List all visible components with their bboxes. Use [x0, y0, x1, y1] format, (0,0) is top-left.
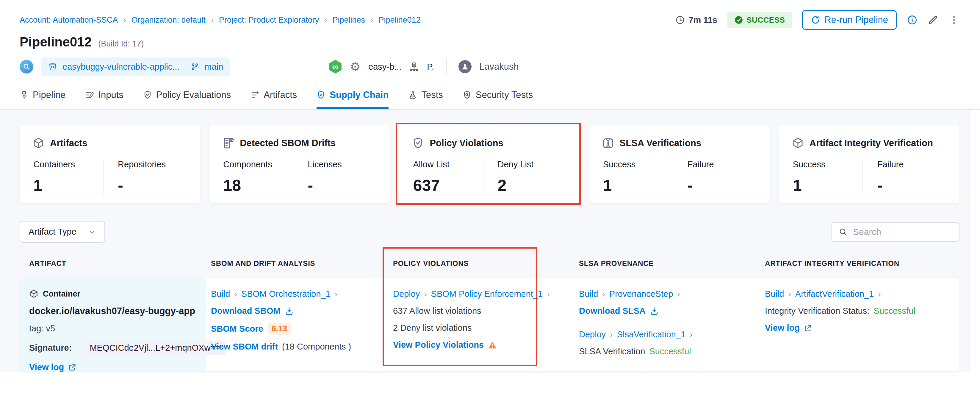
- edit-pencil-icon[interactable]: [928, 14, 939, 25]
- user-avatar-icon: [458, 60, 472, 73]
- download-slsa-link[interactable]: Download SLSA: [579, 306, 646, 316]
- stat-label: Success: [793, 160, 862, 169]
- tab-label: Supply Chain: [329, 89, 388, 100]
- stage-link[interactable]: Build: [765, 289, 784, 299]
- step-link[interactable]: SBOM Policy Enforcement_1: [431, 289, 543, 299]
- column-header-slsa: SLSA PROVENANCE: [574, 259, 760, 268]
- delegate-icon: [409, 62, 419, 72]
- external-link-icon: [804, 324, 812, 332]
- signature-value[interactable]: MEQCICde2Vjl...L+2+mqnOXw==: [84, 340, 226, 355]
- view-sbom-drift-link[interactable]: View SBOM drift: [211, 342, 278, 351]
- tab-label: Tests: [421, 89, 443, 100]
- trigger-icon: [20, 60, 33, 73]
- view-log-link[interactable]: View log: [765, 323, 800, 333]
- info-icon[interactable]: [907, 14, 918, 25]
- tab-policy-evaluations[interactable]: Policy Evaluations: [143, 83, 231, 109]
- pipeline-icon: [20, 91, 29, 99]
- kebab-menu-icon[interactable]: [948, 14, 959, 25]
- column-header-integrity: ARTIFACT INTEGRITY VERIFICATION: [760, 259, 959, 268]
- sbom-cell: Build SBOM Orchestration_1 Download SBOM…: [206, 278, 388, 371]
- branch-name[interactable]: main: [204, 62, 223, 72]
- repository-icon: [48, 62, 57, 71]
- step-link[interactable]: ProvenanceStep: [609, 289, 673, 299]
- codebase-chip[interactable]: easybuggy-vulnerable-applic... main: [41, 58, 230, 76]
- stat-value: 1: [603, 176, 673, 195]
- artifact-type-label: Artifact Type: [29, 227, 76, 237]
- chevron-right-icon: [547, 289, 549, 299]
- tab-label: Artifacts: [264, 89, 297, 100]
- column-header-policy: POLICY VIOLATIONS: [388, 259, 574, 268]
- harness-ci-icon: [328, 60, 342, 73]
- tab-supply-chain[interactable]: Supply Chain: [317, 83, 388, 109]
- integrity-status-value: Successful: [873, 306, 915, 316]
- integrity-cell: Build ArtifactVerification_1 Integrity V…: [760, 278, 959, 371]
- drift-components: (18 Components ): [282, 342, 351, 351]
- duration-text: 7m 11s: [689, 15, 717, 25]
- user-name: Lavakush: [479, 61, 519, 72]
- search-input[interactable]: [853, 227, 948, 237]
- tab-inputs[interactable]: Inputs: [85, 83, 123, 109]
- chevron-right-icon: [371, 15, 373, 25]
- execution-ref: easy-b...: [368, 62, 401, 72]
- step-link[interactable]: SlsaVerification_1: [617, 329, 686, 339]
- stat-value: 2: [498, 176, 567, 195]
- policy-violations-cell: Deploy SBOM Policy Enforcement_1 637 All…: [388, 278, 574, 371]
- breadcrumb-organization[interactable]: Organization: default: [132, 16, 205, 25]
- stat-value: -: [308, 176, 377, 195]
- search-icon: [839, 227, 848, 236]
- supply-chain-content: Artifacts Containers1 Repositories- Dete…: [0, 110, 970, 372]
- tab-security-tests[interactable]: Security Tests: [463, 83, 533, 109]
- rerun-pipeline-button[interactable]: Re-run Pipeline: [802, 10, 897, 30]
- column-header-artifact: ARTIFACT: [20, 259, 206, 268]
- stage-link[interactable]: Build: [211, 289, 230, 299]
- download-sbom-link[interactable]: Download SBOM: [211, 306, 280, 316]
- card-artifact-integrity: Artifact Integrity Verification Success1…: [779, 125, 959, 203]
- breadcrumb-project[interactable]: Project: Product Exploratory: [219, 16, 319, 25]
- shield-search-icon: [463, 91, 472, 99]
- chevron-right-icon: [123, 15, 126, 25]
- summary-cards: Artifacts Containers1 Repositories- Dete…: [20, 125, 959, 203]
- tab-label: Security Tests: [476, 89, 533, 100]
- divider: [185, 61, 185, 72]
- column-header-sbom: SBOM AND DRIFT ANALYSIS: [206, 259, 388, 268]
- stage-link[interactable]: Build: [579, 289, 598, 299]
- chevron-right-icon: [878, 289, 881, 299]
- step-link[interactable]: ArtifactVerification_1: [795, 289, 874, 299]
- card-sbom-drifts: Detected SBOM Drifts Components18 Licens…: [210, 125, 390, 203]
- step-link[interactable]: SBOM Orchestration_1: [241, 289, 331, 299]
- inputs-icon: [85, 91, 94, 99]
- stat-label: Allow List: [413, 160, 482, 169]
- table-row: Container docker.io/lavakush07/easy-bugg…: [20, 278, 959, 371]
- tab-label: Pipeline: [33, 89, 65, 100]
- sbom-score-link[interactable]: SBOM Score: [211, 324, 263, 334]
- artifact-type-dropdown[interactable]: Artifact Type: [20, 221, 105, 243]
- execution-meta: 7m 11s SUCCESS Re-run Pipeline: [675, 10, 959, 30]
- card-title: Artifact Integrity Verification: [810, 138, 933, 149]
- tab-pipeline[interactable]: Pipeline: [20, 83, 65, 109]
- breadcrumb-pipelines[interactable]: Pipelines: [332, 16, 365, 25]
- stage-link[interactable]: Deploy: [393, 289, 420, 299]
- status-text: SUCCESS: [746, 16, 785, 25]
- shield-check-icon: [143, 91, 152, 99]
- gear-icon[interactable]: ⚙: [350, 61, 361, 73]
- search-box[interactable]: [831, 222, 959, 242]
- card-artifacts: Artifacts Containers1 Repositories-: [20, 125, 200, 203]
- breadcrumb-account[interactable]: Account: Automation-SSCA: [20, 16, 118, 25]
- repo-name[interactable]: easybuggy-vulnerable-applic...: [62, 62, 180, 72]
- card-title: Policy Violations: [430, 138, 503, 149]
- supply-chain-page: Account: Automation-SSCA Organization: d…: [0, 0, 980, 393]
- tab-artifacts[interactable]: Artifacts: [250, 83, 297, 109]
- stat-label: Licenses: [308, 160, 377, 169]
- tab-tests[interactable]: Tests: [408, 83, 443, 109]
- stage-link[interactable]: Deploy: [579, 329, 606, 339]
- integrity-status-label: Integrity Verification Status:: [765, 306, 869, 316]
- stat-label: Failure: [687, 160, 757, 169]
- view-policy-violations-link[interactable]: View Policy Violations: [393, 340, 484, 350]
- stat-value: -: [118, 176, 188, 195]
- breadcrumb-pipeline012[interactable]: Pipeline012: [379, 16, 420, 25]
- sbom-score-badge: 6.13: [267, 323, 291, 335]
- view-log-link[interactable]: View log: [29, 362, 64, 372]
- breadcrumb: Account: Automation-SSCA Organization: d…: [20, 15, 421, 25]
- chevron-right-icon: [610, 329, 612, 339]
- signature-label: Signature:: [29, 343, 72, 353]
